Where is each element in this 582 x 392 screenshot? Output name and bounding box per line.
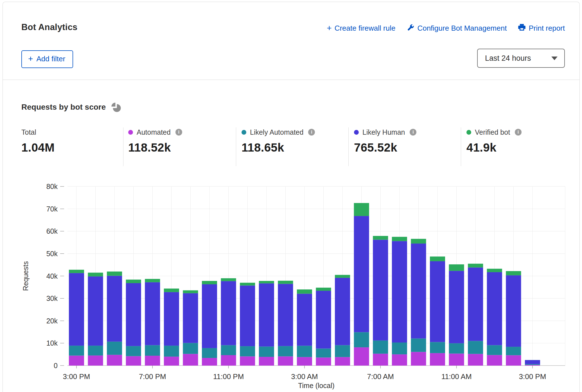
create-firewall-rule-link[interactable]: + Create firewall rule xyxy=(327,24,395,33)
bar-segment[interactable] xyxy=(88,355,103,366)
bar-segment[interactable] xyxy=(88,346,103,355)
bar-segment[interactable] xyxy=(316,348,331,357)
bar-segment[interactable] xyxy=(145,345,160,356)
bar-segment[interactable] xyxy=(107,342,122,355)
bar-segment[interactable] xyxy=(126,346,141,356)
bar-segment[interactable] xyxy=(449,343,464,354)
bar-segment[interactable] xyxy=(430,256,445,261)
bar-segment[interactable] xyxy=(183,290,198,293)
bar-segment[interactable] xyxy=(164,292,179,346)
bar-segment[interactable] xyxy=(126,280,141,283)
bar-segment[interactable] xyxy=(316,288,331,291)
bar-segment[interactable] xyxy=(278,356,293,366)
bar-segment[interactable] xyxy=(278,284,293,346)
bar-segment[interactable] xyxy=(354,332,369,347)
bar-segment[interactable] xyxy=(69,356,84,366)
bar-segment[interactable] xyxy=(316,357,331,366)
bar-segment[interactable] xyxy=(221,345,236,355)
bar-segment[interactable] xyxy=(183,354,198,366)
bar-segment[interactable] xyxy=(354,203,369,216)
bar-segment[interactable] xyxy=(164,289,179,292)
info-icon[interactable]: i xyxy=(308,129,315,136)
bar-segment[interactable] xyxy=(430,261,445,342)
bar-segment[interactable] xyxy=(525,360,540,364)
bar-segment[interactable] xyxy=(316,291,331,348)
bar-segment[interactable] xyxy=(354,347,369,366)
bar-segment[interactable] xyxy=(468,354,483,366)
bar-segment[interactable] xyxy=(183,343,198,354)
add-filter-button[interactable]: + Add filter xyxy=(21,50,73,68)
bar-segment[interactable] xyxy=(373,354,388,366)
bar-segment[interactable] xyxy=(506,355,521,366)
bar-segment[interactable] xyxy=(506,271,521,275)
bar-segment[interactable] xyxy=(240,285,255,346)
bar-segment[interactable] xyxy=(449,271,464,343)
bar-segment[interactable] xyxy=(487,345,502,355)
info-icon[interactable]: i xyxy=(175,129,182,136)
bar-segment[interactable] xyxy=(392,343,407,354)
bar-segment[interactable] xyxy=(430,342,445,353)
bar-segment[interactable] xyxy=(297,346,312,357)
bar-segment[interactable] xyxy=(69,346,84,355)
bar-segment[interactable] xyxy=(373,240,388,341)
bar-segment[interactable] xyxy=(202,284,217,348)
bar-segment[interactable] xyxy=(107,272,122,276)
bar-segment[interactable] xyxy=(202,358,217,366)
bar-segment[interactable] xyxy=(487,355,502,366)
bar-segment[interactable] xyxy=(373,236,388,240)
bar-segment[interactable] xyxy=(525,364,540,365)
bar-segment[interactable] xyxy=(202,348,217,358)
bar-segment[interactable] xyxy=(278,281,293,284)
bar-segment[interactable] xyxy=(164,346,179,357)
time-range-select[interactable]: Last 24 hours xyxy=(477,49,565,68)
bar-segment[interactable] xyxy=(335,357,350,366)
print-report-link[interactable]: Print report xyxy=(518,23,565,33)
bar-segment[interactable] xyxy=(487,272,502,345)
bar-segment[interactable] xyxy=(88,276,103,346)
bar-segment[interactable] xyxy=(259,357,274,366)
bar-segment[interactable] xyxy=(183,293,198,343)
bar-segment[interactable] xyxy=(240,283,255,285)
bar-segment[interactable] xyxy=(411,244,426,339)
bar-segment[interactable] xyxy=(145,356,160,366)
bar-segment[interactable] xyxy=(126,283,141,346)
bar-segment[interactable] xyxy=(107,355,122,366)
bar-segment[interactable] xyxy=(126,356,141,366)
bar-segment[interactable] xyxy=(411,239,426,244)
bar-segment[interactable] xyxy=(392,354,407,366)
bar-segment[interactable] xyxy=(411,352,426,366)
bar-segment[interactable] xyxy=(69,273,84,346)
bar-segment[interactable] xyxy=(468,341,483,354)
bar-segment[interactable] xyxy=(335,275,350,278)
bar-segment[interactable] xyxy=(297,294,312,346)
bar-segment[interactable] xyxy=(221,281,236,345)
bar-segment[interactable] xyxy=(468,264,483,268)
bar-segment[interactable] xyxy=(487,269,502,272)
bar-segment[interactable] xyxy=(297,357,312,366)
bar-segment[interactable] xyxy=(506,347,521,355)
configure-bot-management-link[interactable]: Configure Bot Management xyxy=(407,23,507,33)
bar-segment[interactable] xyxy=(69,270,84,273)
info-icon[interactable]: i xyxy=(410,129,416,136)
bar-segment[interactable] xyxy=(259,283,274,347)
bar-segment[interactable] xyxy=(145,282,160,345)
bar-segment[interactable] xyxy=(221,355,236,366)
info-icon[interactable]: i xyxy=(515,129,522,136)
bar-segment[interactable] xyxy=(392,241,407,343)
bar-segment[interactable] xyxy=(88,273,103,277)
bar-segment[interactable] xyxy=(373,341,388,354)
bar-segment[interactable] xyxy=(259,281,274,283)
bar-segment[interactable] xyxy=(411,339,426,352)
bar-segment[interactable] xyxy=(297,289,312,294)
bar-segment[interactable] xyxy=(354,216,369,332)
bar-segment[interactable] xyxy=(240,346,255,356)
bar-segment[interactable] xyxy=(335,278,350,345)
bar-segment[interactable] xyxy=(468,267,483,341)
bar-segment[interactable] xyxy=(449,264,464,271)
bar-segment[interactable] xyxy=(506,275,521,347)
bar-segment[interactable] xyxy=(164,357,179,366)
bar-segment[interactable] xyxy=(145,279,160,282)
bar-segment[interactable] xyxy=(259,346,274,357)
bar-segment[interactable] xyxy=(392,237,407,241)
bar-segment[interactable] xyxy=(202,281,217,284)
